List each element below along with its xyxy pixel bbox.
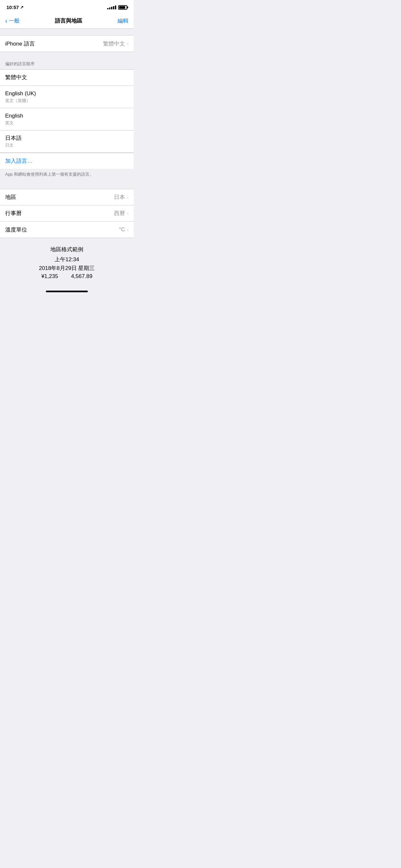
region-group: 地區 日本 › 行事曆 西曆 › 溫度單位 °C › [0, 189, 134, 238]
calendar-value: 西曆 › [114, 210, 128, 217]
signal-bars-icon [107, 5, 116, 9]
calendar-chevron-icon: › [127, 211, 128, 216]
languages-group: 繁體中文 English (UK) 英文（英國） English 英文 日本語 … [0, 69, 134, 153]
status-bar: 10:57 ↗ [0, 0, 134, 13]
calendar-label: 行事曆 [5, 210, 22, 217]
language-primary-0: 繁體中文 [5, 74, 128, 81]
location-arrow-icon: ↗ [20, 5, 24, 10]
format-example-title: 地區格式範例 [5, 246, 128, 253]
language-primary-1: English (UK) [5, 90, 128, 97]
language-row-2[interactable]: English 英文 [0, 108, 134, 130]
language-row-0[interactable]: 繁體中文 [0, 70, 134, 86]
iphone-language-value: 繁體中文 › [103, 40, 128, 48]
region-row[interactable]: 地區 日本 › [0, 189, 134, 206]
language-secondary-1: 英文（英國） [5, 98, 128, 104]
section-gap-3 [0, 182, 134, 189]
navigation-bar: ‹ 一般 語言與地區 編輯 [0, 13, 134, 29]
back-label: 一般 [9, 17, 20, 25]
back-chevron-icon: ‹ [5, 18, 7, 24]
chevron-right-icon: › [127, 41, 128, 46]
region-value: 日本 › [114, 193, 128, 201]
language-row-1[interactable]: English (UK) 英文（英國） [0, 86, 134, 108]
format-example-section: 地區格式範例 上午12:34 2018年8月29日 星期三 ¥1,235 4,5… [0, 238, 134, 287]
preferred-languages-header: 偏好的語言順序 [0, 58, 134, 69]
iphone-language-group: iPhone 語言 繁體中文 › [0, 35, 134, 52]
language-row-3[interactable]: 日本語 日文 [0, 130, 134, 152]
iphone-language-label: iPhone 語言 [5, 40, 35, 48]
languages-footer: App 和網站會使用列表上第一個有支援的語言。 [0, 169, 134, 182]
home-bar [46, 290, 88, 292]
add-language-button[interactable]: 加入語言… [0, 153, 134, 169]
temperature-label: 溫度單位 [5, 226, 27, 234]
format-example-date: 2018年8月29日 星期三 [5, 265, 128, 272]
region-chevron-icon: › [127, 195, 128, 200]
iphone-language-row[interactable]: iPhone 語言 繁體中文 › [0, 35, 134, 52]
status-right [107, 5, 127, 10]
status-time: 10:57 ↗ [6, 4, 24, 10]
format-example-time: 上午12:34 [5, 256, 128, 263]
language-secondary-2: 英文 [5, 120, 128, 126]
temperature-value: °C › [119, 226, 128, 233]
language-primary-3: 日本語 [5, 135, 128, 142]
format-number2: 4,567.89 [71, 273, 92, 280]
format-example-numbers: ¥1,235 4,567.89 [5, 273, 128, 280]
temperature-chevron-icon: › [127, 227, 128, 232]
language-primary-2: English [5, 113, 128, 120]
back-button[interactable]: ‹ 一般 [5, 17, 20, 25]
format-number1: ¥1,235 [41, 273, 58, 280]
edit-button[interactable]: 編輯 [118, 17, 128, 25]
language-secondary-3: 日文 [5, 143, 128, 148]
section-gap-2 [0, 52, 134, 58]
home-indicator [0, 287, 134, 295]
section-gap-1 [0, 29, 134, 35]
calendar-row[interactable]: 行事曆 西曆 › [0, 206, 134, 221]
temperature-row[interactable]: 溫度單位 °C › [0, 221, 134, 238]
battery-icon [118, 5, 127, 10]
page-title: 語言與地區 [55, 17, 82, 25]
region-label: 地區 [5, 193, 16, 201]
